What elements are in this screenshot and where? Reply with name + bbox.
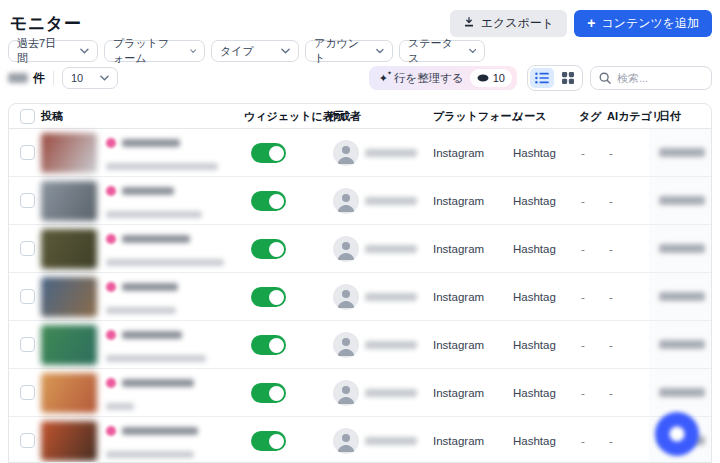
search-box <box>590 66 712 90</box>
tag-value: - <box>581 387 585 399</box>
post-username-redacted <box>122 235 190 243</box>
export-button[interactable]: エクスポート <box>450 10 567 37</box>
widget-toggle[interactable] <box>251 239 286 259</box>
instagram-badge-icon <box>106 138 116 148</box>
post-thumbnail[interactable] <box>41 277 97 317</box>
monitor-page: モニター エクスポート + コンテンツを追加 過去7日間 プラットフォーム タイ… <box>0 0 720 463</box>
instagram-badge-icon <box>106 234 116 244</box>
creator-avatar <box>333 140 359 166</box>
row-checkbox[interactable] <box>20 433 35 448</box>
count-suffix: 件 <box>33 70 45 87</box>
col-post: 投稿 <box>41 109 63 124</box>
row-checkbox[interactable] <box>20 289 35 304</box>
filter-status[interactable]: ステータス <box>399 40 485 62</box>
row-checkbox[interactable] <box>20 145 35 160</box>
plus-icon: + <box>587 16 595 30</box>
post-thumbnail[interactable] <box>41 325 97 365</box>
post-username-redacted <box>122 331 182 339</box>
date-value-redacted <box>659 244 705 253</box>
table-row: Instagram Hashtag - - <box>9 177 711 225</box>
row-checkbox[interactable] <box>20 193 35 208</box>
tag-value: - <box>581 291 585 303</box>
person-icon <box>333 188 359 214</box>
post-thumbnail[interactable] <box>41 373 97 413</box>
source-value: Hashtag <box>513 435 556 447</box>
post-caption-redacted <box>106 355 206 362</box>
row-checkbox[interactable] <box>20 385 35 400</box>
filter-date-range[interactable]: 過去7日間 <box>8 40 98 62</box>
creator-name-redacted <box>365 149 417 157</box>
creator-name-redacted <box>365 437 417 445</box>
table-row: Instagram Hashtag - - <box>9 417 711 463</box>
date-value-redacted <box>659 196 705 205</box>
col-creator: 作成者 <box>328 109 361 124</box>
table-row: Instagram Hashtag - - <box>9 273 711 321</box>
creator-avatar <box>333 332 359 358</box>
post-caption-redacted <box>106 259 224 266</box>
instagram-badge-icon <box>106 330 116 340</box>
count-value-redacted <box>8 73 28 83</box>
filter-type[interactable]: タイプ <box>211 40 299 62</box>
search-input[interactable] <box>617 72 697 84</box>
platform-value: Instagram <box>433 147 484 159</box>
grid-view-button[interactable] <box>556 68 580 88</box>
col-platform: プラットフォーム <box>433 109 523 124</box>
creator-avatar <box>333 284 359 310</box>
date-value-redacted <box>659 388 705 397</box>
select-all-checkbox[interactable] <box>20 109 35 124</box>
tag-value: - <box>581 195 585 207</box>
widget-toggle[interactable] <box>251 335 286 355</box>
ai-category-value: - <box>609 339 613 351</box>
table-row: Instagram Hashtag - - <box>9 129 711 177</box>
col-date: 日付 <box>659 109 681 124</box>
creator-avatar <box>333 428 359 454</box>
platform-value: Instagram <box>433 435 484 447</box>
post-username-redacted <box>122 427 198 435</box>
instagram-badge-icon <box>106 282 116 292</box>
add-content-button[interactable]: + コンテンツを追加 <box>574 10 712 37</box>
post-thumbnail[interactable] <box>41 229 97 269</box>
tag-value: - <box>581 435 585 447</box>
filter-platform[interactable]: プラットフォーム <box>104 40 205 62</box>
source-value: Hashtag <box>513 147 556 159</box>
date-value-redacted <box>659 292 705 301</box>
post-caption-redacted <box>106 307 176 314</box>
widget-toggle[interactable] <box>251 287 286 307</box>
creator-avatar <box>333 188 359 214</box>
download-icon <box>463 16 475 31</box>
page-size-select[interactable]: 10 <box>62 67 118 89</box>
ai-category-value: - <box>609 435 613 447</box>
person-icon <box>333 428 359 454</box>
widget-toggle[interactable] <box>251 431 286 451</box>
post-thumbnail[interactable] <box>41 133 97 173</box>
controls-bar: 件 10 ✦ 行を整理する 10 <box>8 66 712 90</box>
creator-name-redacted <box>365 389 417 397</box>
tag-value: - <box>581 147 585 159</box>
row-checkbox[interactable] <box>20 241 35 256</box>
filter-account[interactable]: アカウント <box>305 40 393 62</box>
search-icon <box>599 72 611 84</box>
posts-table: 投稿 ウィジェットに表示 作成者 プラットフォーム ソース タグ AIカテゴリ … <box>8 103 712 463</box>
tag-value: - <box>581 243 585 255</box>
platform-value: Instagram <box>433 339 484 351</box>
list-view-icon <box>535 72 549 84</box>
row-checkbox[interactable] <box>20 337 35 352</box>
date-value-redacted <box>659 148 705 157</box>
instagram-badge-icon <box>106 378 116 388</box>
post-thumbnail[interactable] <box>41 181 97 221</box>
source-value: Hashtag <box>513 195 556 207</box>
creator-name-redacted <box>365 341 417 349</box>
widget-toggle[interactable] <box>251 143 286 163</box>
ai-category-value: - <box>609 243 613 255</box>
chat-widget-button[interactable] <box>655 412 699 456</box>
creator-avatar <box>333 236 359 262</box>
sparkles-icon: ✦ <box>379 73 388 84</box>
widget-toggle[interactable] <box>251 383 286 403</box>
grid-view-icon <box>562 72 574 84</box>
list-view-button[interactable] <box>530 68 554 88</box>
export-label: エクスポート <box>481 15 554 32</box>
organize-rows-button[interactable]: ✦ 行を整理する 10 <box>369 66 517 90</box>
post-username-redacted <box>122 187 174 195</box>
widget-toggle[interactable] <box>251 191 286 211</box>
post-thumbnail[interactable] <box>41 421 97 461</box>
